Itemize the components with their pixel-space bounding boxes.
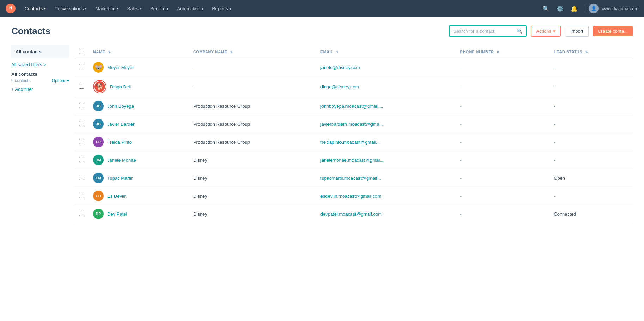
row-checkbox[interactable]	[79, 211, 84, 216]
contact-name-link[interactable]: Dev Patel	[107, 211, 127, 217]
sort-icon: ⇅	[230, 50, 233, 54]
contact-name-link[interactable]: Freida Pinto	[107, 140, 132, 145]
main-layout: All contacts All saved filters > All con…	[11, 45, 633, 223]
search-input[interactable]	[453, 29, 516, 34]
table-row: FPFreida PintoProduction Resource Groupf…	[75, 133, 633, 151]
row-checkbox[interactable]	[79, 64, 84, 69]
row-checkbox[interactable]	[79, 193, 84, 198]
select-all-checkbox[interactable]	[79, 49, 84, 54]
notifications-icon[interactable]: 🔔	[569, 4, 580, 13]
sidebar-contacts-meta: 9 contacts Options ▾	[11, 78, 69, 83]
row-phone-cell: -	[456, 187, 550, 205]
nav-reports[interactable]: Reports ▾	[208, 4, 235, 13]
contact-name-link[interactable]: Meyer Meyer	[107, 65, 134, 70]
nav-sales[interactable]: Sales ▾	[124, 4, 146, 13]
actions-button[interactable]: Actions ▾	[531, 26, 561, 37]
contact-email-link[interactable]: javierbardern.moacast@gma...	[320, 122, 383, 127]
nav-contacts[interactable]: Contacts ▾	[21, 4, 49, 13]
contact-name-link[interactable]: Es Devlin	[107, 193, 127, 199]
search-box[interactable]: 🔍	[449, 25, 527, 37]
row-checkbox-cell	[75, 187, 89, 205]
avatar: 🐭	[93, 62, 104, 73]
nav-service[interactable]: Service ▾	[147, 4, 172, 13]
all-saved-filters-link[interactable]: All saved filters >	[11, 62, 69, 67]
row-lead-status-cell: Open	[550, 169, 633, 187]
sort-icon: ⇅	[585, 50, 588, 54]
select-all-col[interactable]	[75, 45, 89, 58]
row-checkbox[interactable]	[79, 139, 84, 144]
user-avatar[interactable]: 👤	[589, 4, 599, 13]
page-title: Contacts	[11, 26, 50, 37]
col-lead-status[interactable]: LEAD STATUS ⇅	[550, 45, 633, 58]
table-row: JBJohn BoyegaProduction Resource Groupjo…	[75, 97, 633, 115]
chevron-down-icon: ▾	[67, 78, 69, 83]
row-name-cell: JBJavier Barden	[89, 115, 189, 133]
table-row: JBJavier BardenProduction Resource Group…	[75, 115, 633, 133]
row-checkbox[interactable]	[79, 103, 84, 108]
contact-name-link[interactable]: Dingo Bell	[110, 84, 131, 89]
col-email[interactable]: EMAIL ⇅	[316, 45, 456, 58]
chevron-down-icon: ▾	[85, 7, 87, 11]
contact-email-link[interactable]: devpatel.moacast@gmail.com	[320, 211, 382, 217]
nav-automation[interactable]: Automation ▾	[173, 4, 207, 13]
row-checkbox[interactable]	[79, 84, 84, 89]
hubspot-logo[interactable]: H	[6, 4, 16, 13]
row-phone-cell: -	[456, 115, 550, 133]
avatar: JB	[93, 119, 104, 129]
sidebar: All contacts All saved filters > All con…	[11, 45, 75, 223]
row-checkbox-cell	[75, 151, 89, 169]
sidebar-active-view: All contacts	[16, 49, 42, 54]
row-company-cell: Production Resource Group	[189, 97, 316, 115]
nav-right-controls: 🔍 ⚙️ 🔔 👤 www.dvianna.com	[540, 4, 638, 13]
contact-name-link[interactable]: Janele Monae	[107, 158, 136, 163]
row-name-cell: TMTupac Martir	[89, 169, 189, 187]
row-email-cell: janele@disney.com	[316, 58, 456, 76]
import-button[interactable]: Import	[565, 26, 589, 37]
contact-email-link[interactable]: tupacmartir.moacast@gmail...	[320, 175, 381, 181]
settings-icon[interactable]: ⚙️	[554, 4, 566, 13]
row-lead-status-cell: -	[550, 76, 633, 97]
col-phone[interactable]: PHONE NUMBER ⇅	[456, 45, 550, 58]
col-company[interactable]: COMPANY NAME ⇅	[189, 45, 316, 58]
chevron-down-icon: ▾	[117, 7, 119, 11]
contact-email-link[interactable]: janele@disney.com	[320, 65, 360, 70]
row-name-cell: 🐕Dingo Bell	[89, 76, 189, 97]
row-email-cell: freidapinto.moacast@gmail...	[316, 133, 456, 151]
avatar: JM	[93, 155, 104, 165]
contact-email-link[interactable]: janelemonae.moacast@gmai...	[320, 158, 384, 163]
row-name-cell: DPDev Patel	[89, 205, 189, 223]
add-filter-button[interactable]: + Add filter	[11, 87, 69, 92]
nav-conversations[interactable]: Conversations ▾	[51, 4, 90, 13]
row-phone-cell: -	[456, 133, 550, 151]
row-checkbox[interactable]	[79, 157, 84, 162]
chevron-down-icon: ▾	[229, 7, 231, 11]
contact-name-link[interactable]: John Boyega	[107, 104, 134, 109]
table-row: 🐭Meyer Meyer-janele@disney.com--	[75, 58, 633, 76]
create-contact-button[interactable]: Create conta...	[593, 26, 633, 36]
contact-email-link[interactable]: freidapinto.moacast@gmail...	[320, 140, 380, 145]
avatar: ED	[93, 191, 104, 201]
row-name-cell: FPFreida Pinto	[89, 133, 189, 151]
contact-name-link[interactable]: Tupac Martir	[107, 175, 133, 181]
svg-text:H: H	[9, 6, 12, 10]
avatar: JB	[93, 101, 104, 111]
table-row: EDEs DevlinDisneyesdevlin.moacast@gmail.…	[75, 187, 633, 205]
contact-email-link[interactable]: esdevlin.moacast@gmail.com	[320, 193, 381, 199]
row-checkbox[interactable]	[79, 121, 84, 126]
contact-email-link[interactable]: dingo@disney.com	[320, 84, 359, 89]
search-icon[interactable]: 🔍	[540, 4, 552, 13]
contact-email-link[interactable]: johnboyega.moacast@gmail....	[320, 104, 384, 109]
row-checkbox-cell	[75, 76, 89, 97]
chevron-down-icon: ▾	[140, 7, 142, 11]
contacts-table: NAME ⇅ COMPANY NAME ⇅ EMAIL ⇅ PHONE NU	[75, 45, 633, 223]
chevron-down-icon: ▾	[553, 29, 556, 34]
sidebar-contacts-section: All contacts 9 contacts Options ▾	[11, 72, 69, 83]
nav-marketing[interactable]: Marketing ▾	[92, 4, 122, 13]
options-button[interactable]: Options ▾	[52, 78, 69, 83]
contact-name-link[interactable]: Javier Barden	[107, 122, 135, 127]
col-name[interactable]: NAME ⇅	[89, 45, 189, 58]
row-checkbox-cell	[75, 58, 89, 76]
row-company-cell: Production Resource Group	[189, 133, 316, 151]
row-lead-status-cell: -	[550, 187, 633, 205]
row-checkbox[interactable]	[79, 175, 84, 180]
